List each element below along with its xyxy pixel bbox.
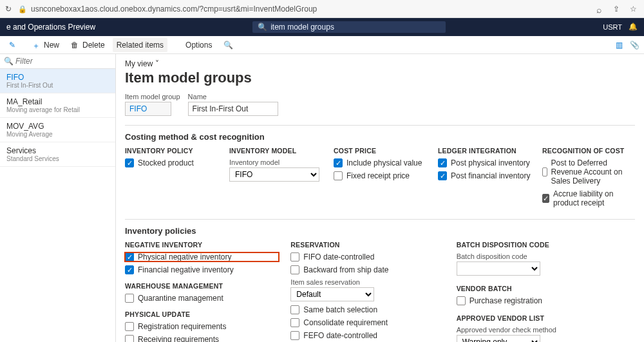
- url-text: usnconeboxax1aos.cloud.onebox.dynamics.c…: [31, 5, 317, 14]
- global-search[interactable]: [252, 21, 446, 33]
- app-header: e and Operations Preview USRT: [0, 18, 644, 36]
- search-input[interactable]: [270, 23, 440, 32]
- group-negative-inventory: NEGATIVE INVENTORY: [125, 241, 279, 249]
- name-field[interactable]: [188, 102, 278, 116]
- group-inventory-model: INVENTORY MODEL: [229, 147, 322, 155]
- filter-input[interactable]: [15, 57, 113, 66]
- fefo-date-controlled-checkbox[interactable]: FEFO date-controlled: [290, 331, 444, 340]
- plus-icon: [32, 41, 41, 50]
- list-item-fifo[interactable]: FIFO First In-First Out: [0, 69, 115, 93]
- zoom-icon[interactable]: [596, 5, 605, 14]
- same-batch-selection-checkbox[interactable]: Same batch selection: [290, 305, 444, 314]
- include-physical-checkbox[interactable]: ✓Include physical value: [334, 158, 426, 167]
- section-costing[interactable]: Costing method & cost recognition: [125, 132, 635, 142]
- group-warehouse-management: WAREHOUSE MANAGEMENT: [125, 282, 279, 290]
- options-button[interactable]: Options: [182, 38, 216, 52]
- group-reservation: RESERVATION: [290, 241, 444, 249]
- backward-ship-date-checkbox[interactable]: Backward from ship date: [290, 265, 444, 274]
- app-title: e and Operations Preview: [6, 23, 95, 32]
- page-title: Item model groups: [125, 70, 635, 86]
- browser-chrome: usnconeboxax1aos.cloud.onebox.dynamics.c…: [0, 0, 644, 18]
- share-icon[interactable]: [613, 5, 622, 14]
- delete-button[interactable]: Delete: [67, 38, 109, 52]
- attach-icon[interactable]: [630, 41, 639, 50]
- related-items-button[interactable]: Related items: [113, 38, 167, 52]
- search-icon: [223, 41, 232, 50]
- list-item-mov-avg[interactable]: MOV_AVG Moving Average: [0, 118, 115, 142]
- accrue-liability-checkbox[interactable]: ✓Accrue liability on product receipt: [542, 189, 635, 207]
- group-cost-price: COST PRICE: [334, 147, 426, 155]
- command-bar: New Delete Related items Options: [0, 36, 644, 54]
- view-selector[interactable]: My view: [125, 59, 635, 68]
- group-batch-disposition: BATCH DISPOSITION CODE: [457, 241, 611, 249]
- search-icon: [4, 57, 13, 66]
- registration-requirements-checkbox[interactable]: Registration requirements: [125, 322, 279, 331]
- office-icon[interactable]: [616, 41, 625, 50]
- post-financial-inventory-checkbox[interactable]: ✓Post financial inventory: [438, 171, 531, 180]
- approved-vendor-check-select[interactable]: Warning only: [457, 335, 540, 342]
- batch-disposition-select[interactable]: [457, 261, 540, 276]
- favorite-icon[interactable]: [630, 5, 639, 14]
- trash-icon: [71, 41, 80, 50]
- company-code[interactable]: USRT: [603, 23, 622, 31]
- group-physical-update: PHYSICAL UPDATE: [125, 310, 279, 318]
- inventory-model-select[interactable]: FIFO: [229, 167, 319, 182]
- quarantine-management-checkbox[interactable]: Quarantine management: [125, 294, 279, 303]
- imgroup-label: Item model group: [125, 93, 180, 100]
- post-physical-inventory-checkbox[interactable]: ✓Post physical inventory: [438, 158, 531, 167]
- approved-vendor-check-label: Approved vendor check method: [457, 326, 611, 334]
- batch-disposition-label: Batch disposition code: [457, 252, 611, 260]
- group-approved-vendor-list: APPROVED VENDOR LIST: [457, 314, 611, 322]
- name-label: Name: [188, 93, 278, 100]
- receiving-requirements-checkbox[interactable]: Receiving requirements: [125, 335, 279, 342]
- refresh-icon[interactable]: [5, 5, 14, 14]
- list-item-services[interactable]: Services Standard Services: [0, 142, 115, 167]
- group-ledger-integration: LEDGER INTEGRATION: [438, 147, 531, 155]
- fixed-receipt-checkbox[interactable]: Fixed receipt price: [334, 171, 426, 180]
- list-sidebar: FIFO First In-First Out MA_Retail Moving…: [0, 54, 116, 342]
- purchase-registration-checkbox[interactable]: Purchase registration: [457, 296, 611, 305]
- group-vendor-batch: VENDOR BATCH: [457, 285, 611, 292]
- lock-icon: [18, 5, 27, 14]
- new-button[interactable]: New: [28, 38, 63, 52]
- fifo-date-controlled-checkbox[interactable]: FIFO date-controlled: [290, 252, 444, 261]
- item-sales-reservation-select[interactable]: Default: [290, 287, 374, 301]
- inventory-model-label: Inventory model: [229, 158, 322, 166]
- group-recognition-cost: RECOGNITION OF COST: [542, 147, 635, 155]
- item-sales-reservation-label: Item sales reservation: [290, 278, 444, 286]
- financial-negative-inventory-checkbox[interactable]: ✓Financial negative inventory: [125, 265, 279, 274]
- search-icon: [258, 23, 267, 32]
- find-button[interactable]: [220, 38, 236, 52]
- main-pane: My view Item model groups Item model gro…: [116, 54, 644, 342]
- group-inventory-policy: INVENTORY POLICY: [125, 147, 218, 155]
- section-inventory-policies[interactable]: Inventory policies: [125, 226, 635, 236]
- filter-box[interactable]: [0, 54, 115, 69]
- stocked-product-checkbox[interactable]: ✓Stocked product: [125, 158, 218, 167]
- list-item-ma-retail[interactable]: MA_Retail Moving average for Retail: [0, 93, 115, 118]
- bell-icon[interactable]: [629, 23, 638, 32]
- edit-icon: [9, 41, 18, 50]
- edit-button[interactable]: [5, 38, 24, 52]
- post-deferred-revenue-checkbox[interactable]: Post to Deferred Revenue Account on Sale…: [542, 158, 635, 185]
- imgroup-field[interactable]: [125, 102, 171, 116]
- chevron-down-icon: [155, 59, 164, 68]
- consolidate-requirement-checkbox[interactable]: Consolidate requirement: [290, 318, 444, 327]
- physical-negative-inventory-checkbox[interactable]: ✓Physical negative inventory: [125, 252, 279, 261]
